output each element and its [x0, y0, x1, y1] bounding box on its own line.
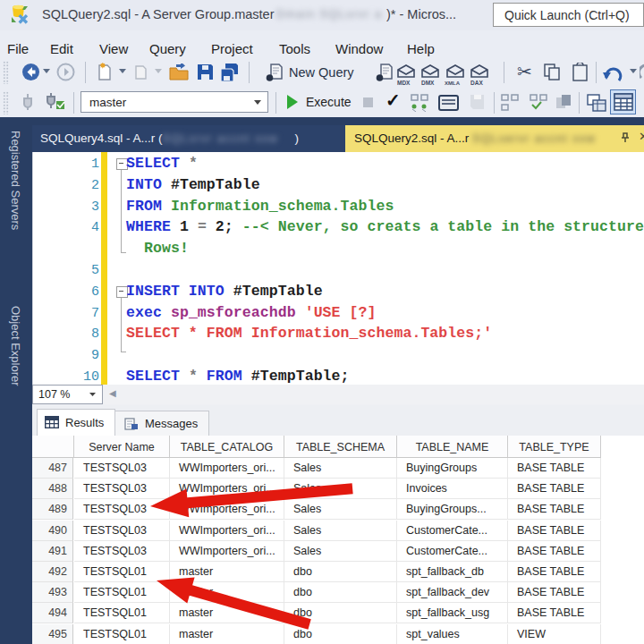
svg-text:DMX: DMX [421, 80, 435, 86]
svg-text:XMLA: XMLA [445, 80, 461, 86]
svg-text:DAX: DAX [470, 80, 483, 86]
svg-text:MDX: MDX [397, 80, 411, 86]
